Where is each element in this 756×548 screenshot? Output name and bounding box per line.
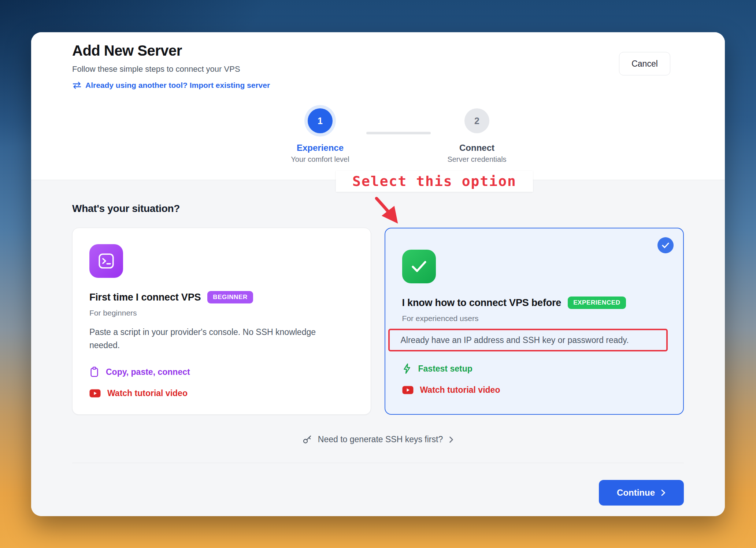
step-connector-line — [366, 132, 431, 134]
chevron-right-icon — [449, 436, 454, 444]
clipboard-icon — [89, 366, 99, 377]
beginner-title-row: First time I connect VPS BEGINNER — [89, 291, 354, 303]
generate-ssh-keys-link[interactable]: Need to generate SSH keys first? — [72, 435, 684, 444]
step-1-sublabel: Your comfort level — [291, 155, 349, 164]
step-indicator: 1 Experience Your comfort level 2 Connec… — [72, 108, 725, 164]
import-link-label: Already using another tool? Import exist… — [85, 81, 270, 90]
cancel-button[interactable]: Cancel — [619, 52, 670, 75]
step-connect: 2 Connect Server credentials — [431, 108, 523, 164]
cancel-button-label: Cancel — [631, 59, 658, 69]
experienced-watch-tutorial-label: Watch tutorial video — [420, 385, 500, 395]
experienced-title-row: I know how to connect VPS before EXPERIE… — [402, 297, 667, 309]
experienced-card-title: I know how to connect VPS before — [402, 297, 562, 309]
card-experienced[interactable]: I know how to connect VPS before EXPERIE… — [385, 228, 684, 415]
copy-paste-connect-link[interactable]: Copy, paste, connect — [89, 366, 190, 377]
add-server-modal: Add New Server Follow these simple steps… — [31, 32, 725, 516]
beginner-audience: For beginners — [89, 309, 354, 317]
beginner-watch-tutorial-label: Watch tutorial video — [107, 388, 188, 398]
experienced-watch-tutorial-link[interactable]: Watch tutorial video — [402, 385, 500, 395]
step-2-label: Connect — [459, 143, 494, 153]
experienced-badge: EXPERIENCED — [568, 297, 626, 309]
youtube-icon — [402, 386, 414, 394]
footer: Continue — [72, 480, 684, 506]
continue-button[interactable]: Continue — [599, 480, 684, 506]
experienced-audience: For experienced users — [402, 314, 667, 323]
green-check-icon — [402, 250, 436, 283]
fastest-setup-item: Fastest setup — [402, 363, 472, 374]
copy-paste-connect-label: Copy, paste, connect — [106, 367, 190, 377]
modal-header: Add New Server Follow these simple steps… — [31, 32, 725, 180]
selected-check-icon — [657, 237, 674, 253]
continue-button-label: Continue — [617, 488, 655, 498]
step-1-label: Experience — [297, 143, 344, 153]
step-1-number: 1 — [318, 116, 323, 126]
import-existing-server-link[interactable]: Already using another tool? Import exist… — [72, 81, 270, 90]
youtube-icon — [89, 389, 101, 398]
key-icon — [302, 435, 312, 444]
beginner-card-title: First time I connect VPS — [89, 292, 201, 303]
chevron-right-icon — [661, 489, 666, 497]
beginner-description: Paste a script in your provider's consol… — [89, 325, 342, 352]
card-beginner[interactable]: First time I connect VPS BEGINNER For be… — [72, 228, 371, 415]
step-2-number: 2 — [474, 116, 479, 126]
lightning-icon — [402, 363, 412, 374]
experienced-description: Already have an IP address and SSH key o… — [401, 334, 660, 346]
desktop-background: Add New Server Follow these simple steps… — [0, 0, 756, 548]
fastest-setup-label: Fastest setup — [418, 364, 472, 374]
step-experience: 1 Experience Your comfort level — [274, 108, 366, 164]
terminal-icon — [89, 244, 123, 278]
red-highlight-box: Already have an IP address and SSH key o… — [388, 329, 668, 351]
select-this-option-annotation: Select this option — [336, 171, 533, 192]
annotation-arrow — [373, 195, 408, 234]
step-1-circle: 1 — [308, 108, 333, 133]
step-2-circle: 2 — [464, 108, 489, 133]
footer-divider — [72, 463, 684, 463]
swap-arrows-icon — [72, 81, 82, 90]
beginner-watch-tutorial-link[interactable]: Watch tutorial video — [89, 388, 188, 398]
beginner-badge: BEGINNER — [207, 291, 253, 303]
generate-ssh-keys-label: Need to generate SSH keys first? — [318, 435, 443, 444]
experience-cards: First time I connect VPS BEGINNER For be… — [72, 228, 684, 415]
step-2-sublabel: Server credentials — [447, 155, 506, 164]
